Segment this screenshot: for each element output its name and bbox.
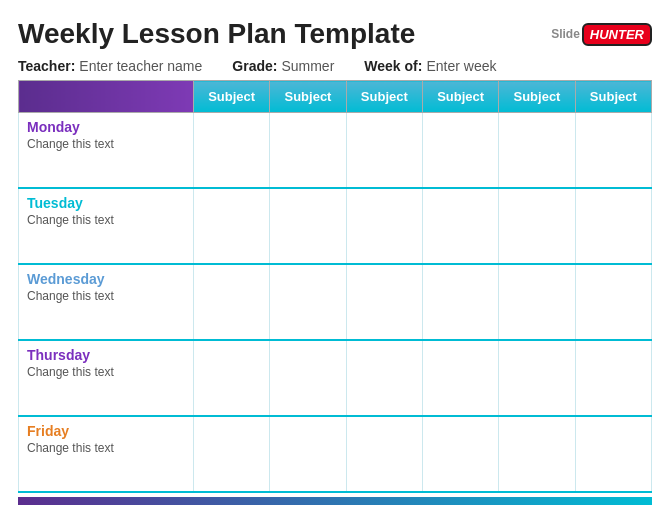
cell-wednesday-6[interactable] [575, 264, 651, 340]
day-sub[interactable]: Change this text [27, 213, 185, 227]
logo: Slide HUNTER [551, 23, 652, 46]
cell-tuesday-3[interactable] [346, 188, 422, 264]
table-row: TuesdayChange this text [19, 188, 652, 264]
col-header-subject-3: Subject [346, 81, 422, 113]
cell-friday-5[interactable] [499, 416, 575, 492]
cell-thursday-5[interactable] [499, 340, 575, 416]
table-row: MondayChange this text [19, 113, 652, 189]
cell-wednesday-5[interactable] [499, 264, 575, 340]
cell-monday-3[interactable] [346, 113, 422, 189]
day-name: Friday [27, 423, 185, 439]
cell-tuesday-6[interactable] [575, 188, 651, 264]
col-header-subject-2: Subject [270, 81, 346, 113]
day-name: Wednesday [27, 271, 185, 287]
day-cell-monday[interactable]: MondayChange this text [19, 113, 194, 189]
cell-thursday-4[interactable] [422, 340, 498, 416]
day-sub[interactable]: Change this text [27, 441, 185, 455]
cell-tuesday-1[interactable] [194, 188, 270, 264]
day-cell-thursday[interactable]: ThursdayChange this text [19, 340, 194, 416]
cell-thursday-6[interactable] [575, 340, 651, 416]
page: Weekly Lesson Plan Template Slide HUNTER… [0, 0, 670, 505]
cell-monday-5[interactable] [499, 113, 575, 189]
day-cell-wednesday[interactable]: WednesdayChange this text [19, 264, 194, 340]
cell-friday-4[interactable] [422, 416, 498, 492]
teacher-label: Teacher: [18, 58, 75, 74]
day-name: Tuesday [27, 195, 185, 211]
col-header-subject-1: Subject [194, 81, 270, 113]
day-sub[interactable]: Change this text [27, 365, 185, 379]
day-sub[interactable]: Change this text [27, 289, 185, 303]
day-sub[interactable]: Change this text [27, 137, 185, 151]
cell-tuesday-2[interactable] [270, 188, 346, 264]
week-label: Week of: [364, 58, 422, 74]
logo-hunter-text: HUNTER [582, 23, 652, 46]
day-cell-tuesday[interactable]: TuesdayChange this text [19, 188, 194, 264]
grade-label: Grade: [232, 58, 277, 74]
logo-slide-text: Slide [551, 27, 580, 41]
cell-monday-4[interactable] [422, 113, 498, 189]
cell-friday-6[interactable] [575, 416, 651, 492]
cell-tuesday-5[interactable] [499, 188, 575, 264]
cell-friday-3[interactable] [346, 416, 422, 492]
cell-thursday-3[interactable] [346, 340, 422, 416]
header: Weekly Lesson Plan Template Slide HUNTER [18, 18, 652, 50]
cell-wednesday-1[interactable] [194, 264, 270, 340]
cell-monday-6[interactable] [575, 113, 651, 189]
day-name: Thursday [27, 347, 185, 363]
table-container: Subject Subject Subject Subject Subject … [18, 80, 652, 505]
table-row: FridayChange this text [19, 416, 652, 492]
footer-bar [18, 497, 652, 505]
col-header-subject-6: Subject [575, 81, 651, 113]
cell-thursday-2[interactable] [270, 340, 346, 416]
col-header-subject-5: Subject [499, 81, 575, 113]
day-name: Monday [27, 119, 185, 135]
cell-monday-1[interactable] [194, 113, 270, 189]
lesson-table: Subject Subject Subject Subject Subject … [18, 80, 652, 493]
table-row: ThursdayChange this text [19, 340, 652, 416]
week-value[interactable]: Enter week [426, 58, 496, 74]
cell-wednesday-2[interactable] [270, 264, 346, 340]
teacher-value[interactable]: Enter teacher name [79, 58, 202, 74]
cell-friday-2[interactable] [270, 416, 346, 492]
cell-thursday-1[interactable] [194, 340, 270, 416]
page-title: Weekly Lesson Plan Template [18, 18, 415, 50]
grade-value[interactable]: Summer [281, 58, 334, 74]
day-cell-friday[interactable]: FridayChange this text [19, 416, 194, 492]
cell-wednesday-3[interactable] [346, 264, 422, 340]
cell-monday-2[interactable] [270, 113, 346, 189]
table-row: WednesdayChange this text [19, 264, 652, 340]
col-header-subject-4: Subject [422, 81, 498, 113]
cell-friday-1[interactable] [194, 416, 270, 492]
cell-tuesday-4[interactable] [422, 188, 498, 264]
col-header-day [19, 81, 194, 113]
meta-row: Teacher: Enter teacher name Grade: Summe… [18, 58, 652, 74]
cell-wednesday-4[interactable] [422, 264, 498, 340]
